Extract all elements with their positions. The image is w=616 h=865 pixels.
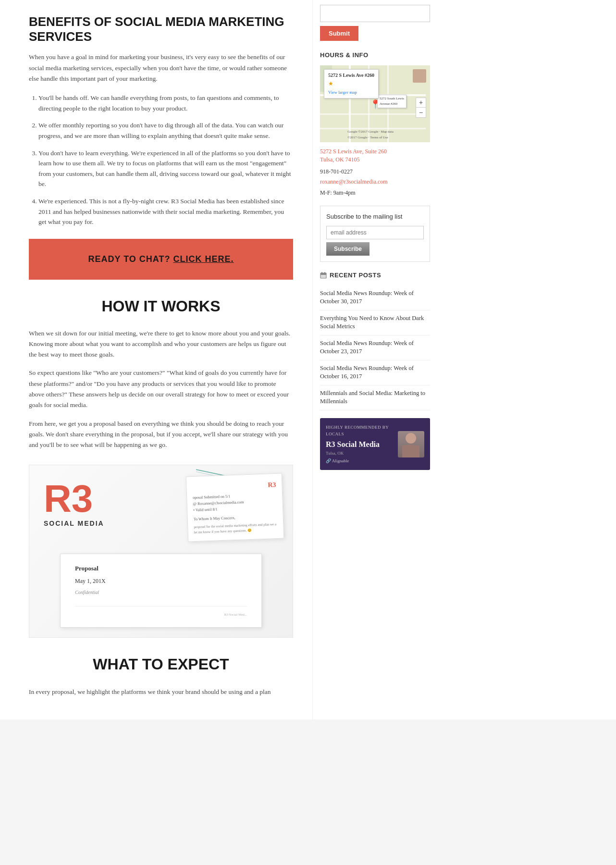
benefit-item-2: We offer monthly reporting so you don't … — [38, 120, 293, 141]
sidebar-form: Submit — [320, 5, 430, 41]
how-paragraph-2: So expect questions like "Who are your c… — [29, 368, 293, 410]
svg-rect-17 — [402, 445, 419, 457]
benefit-item-4: We're experienced. This is not a fly-by-… — [38, 196, 293, 227]
benefits-list: You'll be hands off. We can handle every… — [29, 93, 293, 227]
map-avatar — [413, 69, 426, 83]
recent-post-link-2[interactable]: Everything You Need to Know About Dark S… — [320, 314, 430, 331]
alignable-badge[interactable]: Highly Recommended by Locals R3 Social M… — [320, 418, 430, 470]
map-zoom-in[interactable]: + — [416, 98, 426, 108]
svg-rect-7 — [320, 113, 426, 115]
recent-post-link-3[interactable]: Social Media News Roundup: Week of Octob… — [320, 339, 430, 356]
recent-posts-section: RECENT POSTS Social Media News Roundup: … — [320, 271, 430, 410]
recent-post-link-5[interactable]: Millennials and Social Media: Marketing … — [320, 389, 430, 406]
location-phone: 918-701-0227 — [320, 168, 353, 175]
proposal-logo: R3 SOCIAL MEDIA — [44, 480, 104, 529]
google-logo: Google ©2017 Google · Map data ©2017 Goo… — [347, 129, 403, 140]
submit-button[interactable]: Submit — [320, 26, 358, 41]
subscribe-button[interactable]: Subscribe — [326, 242, 370, 256]
proposal-bottom-paper: Proposal May 1, 201X Confidential R3 Soc… — [60, 554, 262, 628]
svg-rect-12 — [320, 273, 326, 275]
location-email[interactable]: roxanne@r3socialmedia.com — [320, 177, 430, 186]
location-city: Tulsa, OK 74105 — [320, 155, 430, 164]
hours-info-title: HOURS & INFO — [320, 50, 430, 61]
what-to-expect-text: In every proposal, we highlight the plat… — [29, 687, 293, 697]
what-to-expect-title: WHAT TO EXPECT — [29, 652, 293, 677]
location-hours: M-F: 9am-4pm — [320, 189, 356, 196]
recent-post-item-5[interactable]: Millennials and Social Media: Marketing … — [320, 385, 430, 410]
benefit-item-3: You don't have to learn everything. We'r… — [38, 148, 293, 189]
proposal-image: R3 SOCIAL MEDIA R3 oposal Submitted on 5… — [29, 465, 293, 638]
email-input[interactable] — [326, 226, 424, 239]
mailing-list-title: Subscribe to the mailing list — [326, 212, 424, 222]
calendar-icon — [320, 272, 327, 279]
benefit-item-1: You'll be hands off. We can handle every… — [38, 93, 293, 113]
svg-rect-13 — [321, 272, 322, 274]
map-zoom[interactable]: + − — [416, 98, 426, 118]
sidebar-input-field[interactable] — [320, 5, 430, 22]
sidebar: Submit HOURS & INFO — [312, 0, 437, 719]
map: 5272 S Lewis Ave #260 ★ View larger map … — [320, 65, 430, 142]
recent-posts-title: RECENT POSTS — [320, 271, 430, 281]
map-pin-label: 5272 South Lewis Avenue #260 — [377, 95, 407, 108]
mailing-list-box: Subscribe to the mailing list Subscribe — [320, 206, 430, 262]
map-zoom-out[interactable]: − — [416, 108, 426, 117]
recent-post-item-1[interactable]: Social Media News Roundup: Week of Octob… — [320, 285, 430, 310]
how-paragraph-1: When we sit down for our initial meeting… — [29, 328, 293, 360]
benefits-intro: When you have a goal in mind for marketi… — [29, 52, 293, 84]
recent-post-item-2[interactable]: Everything You Need to Know About Dark S… — [320, 310, 430, 335]
how-it-works-title: HOW IT WORKS — [29, 294, 293, 319]
map-info-box: 5272 S Lewis Ave #260 ★ View larger map — [324, 69, 379, 99]
cta-banner[interactable]: READY TO CHAT? CLICK HERE. — [29, 239, 293, 280]
recent-post-link-4[interactable]: Social Media News Roundup: Week of Octob… — [320, 364, 430, 381]
proposal-right-paper: R3 oposal Submitted on 5/1 @ Roxanne@r3s… — [186, 473, 284, 542]
recent-post-item-3[interactable]: Social Media News Roundup: Week of Octob… — [320, 335, 430, 360]
recent-post-item-4[interactable]: Social Media News Roundup: Week of Octob… — [320, 360, 430, 385]
svg-point-15 — [406, 433, 416, 444]
svg-rect-8 — [320, 128, 426, 129]
svg-rect-14 — [324, 272, 325, 274]
alignable-photo — [398, 431, 424, 457]
recent-post-link-1[interactable]: Social Media News Roundup: Week of Octob… — [320, 289, 430, 306]
cta-text: READY TO CHAT? CLICK HERE. — [88, 254, 234, 264]
how-paragraph-3: From here, we get you a proposal based o… — [29, 419, 293, 451]
benefits-title: BENEFITS OF SOCIAL MEDIA MARKETING SERVI… — [29, 14, 293, 44]
